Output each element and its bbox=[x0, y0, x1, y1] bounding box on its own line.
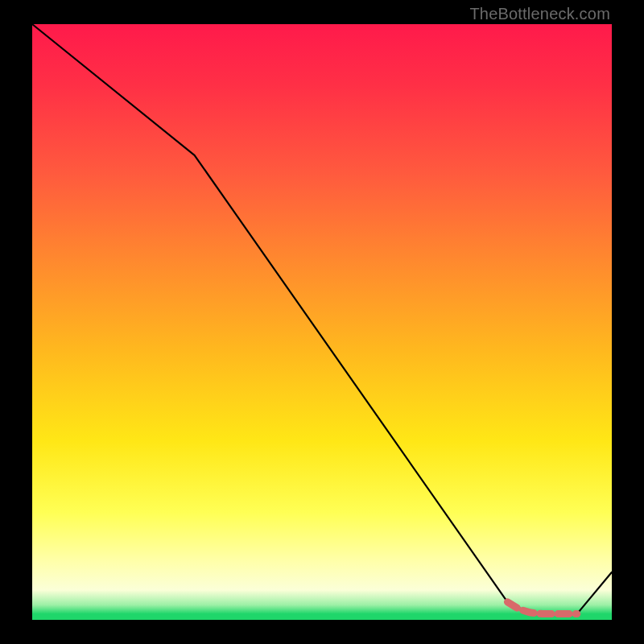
watermark-text: TheBottleneck.com bbox=[469, 5, 610, 23]
chart-overlay bbox=[32, 24, 612, 620]
main-series-line bbox=[32, 24, 612, 614]
chart-frame: TheBottleneck.com bbox=[0, 0, 644, 644]
highlight-series-line bbox=[507, 602, 576, 614]
